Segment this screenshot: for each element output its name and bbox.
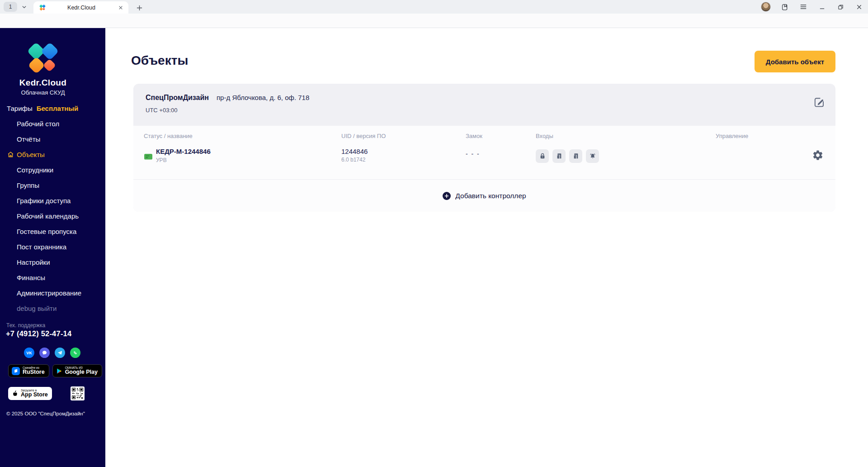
whatsapp-icon[interactable] (70, 348, 80, 358)
new-tab-button[interactable] (134, 2, 145, 13)
house-icon (7, 151, 14, 158)
tab-title: Kedr.Cloud (46, 5, 117, 11)
sidebar-item-debug-logout[interactable]: debug выйти (0, 300, 105, 316)
entry-alarm-button[interactable] (586, 149, 599, 163)
window-close-button[interactable] (854, 2, 863, 11)
edit-pencil-icon (813, 96, 825, 108)
browser-tabbar: 1 Kedr.Cloud (0, 0, 868, 14)
tab-counter[interactable]: 1 (4, 2, 17, 12)
logo-subtitle: Облачная СКУД (0, 89, 86, 96)
google-play-icon (56, 367, 62, 375)
entry-lock-button[interactable] (536, 149, 549, 163)
col-entries: Входы (536, 133, 553, 139)
telegram-icon[interactable] (55, 348, 65, 358)
object-timezone: UTC +03:00 (146, 107, 824, 114)
edit-object-button[interactable] (813, 96, 825, 108)
gear-icon (812, 149, 824, 161)
vk-icon[interactable]: VK (24, 348, 34, 358)
entry-buttons (536, 149, 599, 163)
lock-status: - - - (466, 150, 480, 157)
kedr-logo-icon (23, 41, 63, 77)
object-card: СпецПромДизайн пр-д Яблочкова, д. 6, оф.… (133, 84, 835, 212)
rustore-logo-icon (12, 367, 20, 375)
browser-toolbar: Я kedr.cloud Kedr.Cloud Спроси (0, 14, 868, 28)
lock-icon (539, 152, 546, 160)
sidebar-item-work-calendar[interactable]: Рабочий календарь (0, 208, 105, 224)
support-label: Тех. поддержка (6, 322, 45, 329)
copyright: © 2025 ООО "СпецПромДизайн" (6, 411, 85, 416)
side-panels-icon[interactable] (780, 2, 789, 11)
col-status-name: Статус / название (144, 133, 193, 139)
bell-icon (589, 152, 596, 160)
sidebar-item-tariffs[interactable]: Тарифы Бесплатный (0, 100, 105, 116)
controller-type: УРВ (156, 157, 167, 163)
apple-icon (11, 390, 18, 397)
support-phone[interactable]: +7 (4912) 52-47-14 (6, 329, 71, 338)
sidebar-item-settings[interactable]: Настройки (0, 254, 105, 270)
col-management: Управление (716, 133, 748, 139)
app-logo[interactable]: Kedr.Cloud Облачная СКУД (0, 41, 86, 96)
browser-window: 1 Kedr.Cloud (0, 0, 868, 467)
kedr-favicon-icon (39, 4, 46, 11)
page-title: Объекты (131, 53, 188, 68)
entry-door-2-button[interactable] (569, 149, 582, 163)
col-uid-firmware: UID / версия ПО (341, 133, 386, 139)
sidebar-item-administration[interactable]: Администрирование (0, 285, 105, 300)
controller-name-link[interactable]: КЕДР-М-1244846 (156, 148, 211, 155)
main-content: Объекты Добавить объект СпецПромДизайн п… (105, 28, 868, 467)
messenger-icon[interactable] (39, 348, 50, 358)
sidebar-item-employees[interactable]: Сотрудники (0, 162, 105, 177)
tariff-label: Тарифы (7, 105, 33, 112)
sidebar-item-guard-post[interactable]: Пост охранника (0, 239, 105, 254)
browser-tab-active[interactable]: Kedr.Cloud (33, 1, 128, 14)
sidebar-item-objects[interactable]: Объекты (0, 147, 105, 162)
sidebar-menu: Тарифы Бесплатный Рабочий стол Отчёты Об… (0, 100, 105, 316)
add-controller-button[interactable]: Добавить контроллер (133, 180, 835, 212)
door-icon (556, 152, 563, 160)
controller-status-online-icon (144, 153, 153, 160)
google-play-badge[interactable]: СКАЧАТЬ ИЗ Google Play (52, 364, 102, 377)
window-restore-button[interactable] (836, 2, 845, 11)
col-lock: Замок (466, 133, 482, 139)
entry-door-1-button[interactable] (552, 149, 566, 163)
object-name: СпецПромДизайн (146, 94, 209, 102)
sidebar-item-reports[interactable]: Отчёты (0, 131, 105, 147)
sidebar-item-finance[interactable]: Финансы (0, 270, 105, 285)
logo-title: Kedr.Cloud (0, 78, 86, 88)
browser-profile-avatar[interactable] (761, 2, 771, 12)
tab-close-icon[interactable] (117, 4, 125, 12)
sidebar-item-guest-passes[interactable]: Гостевые пропуска (0, 224, 105, 239)
social-links: VK (24, 348, 80, 358)
app-sidebar: Kedr.Cloud Облачная СКУД Тарифы Бесплатн… (0, 28, 105, 467)
sidebar-item-groups[interactable]: Группы (0, 177, 105, 193)
controller-firmware: 6.0 b1742 (341, 157, 365, 163)
qr-code (71, 386, 85, 400)
tab-list-chevron-icon[interactable] (19, 2, 29, 12)
browser-menu-icon[interactable] (799, 2, 808, 11)
tariff-value-badge: Бесплатный (37, 105, 79, 112)
rustore-badge[interactable]: Скачайте из RuStore (8, 364, 49, 377)
app-store-badge[interactable]: Загрузите в App Store (8, 387, 52, 400)
window-minimize-button[interactable] (817, 2, 826, 11)
object-card-header: СпецПромДизайн пр-д Яблочкова, д. 6, оф.… (133, 84, 835, 126)
plus-circle-icon (443, 192, 451, 200)
controller-uid: 1244846 (341, 148, 368, 155)
door-icon (572, 152, 580, 160)
controller-settings-button[interactable] (812, 149, 824, 161)
object-address: пр-д Яблочкова, д. 6, оф. 718 (217, 94, 309, 101)
add-object-button[interactable]: Добавить объект (755, 51, 835, 72)
controllers-table: Статус / название UID / версия ПО Замок … (133, 126, 835, 212)
sidebar-item-desktop[interactable]: Рабочий стол (0, 116, 105, 131)
sidebar-item-access-schedules[interactable]: Графики доступа (0, 193, 105, 208)
